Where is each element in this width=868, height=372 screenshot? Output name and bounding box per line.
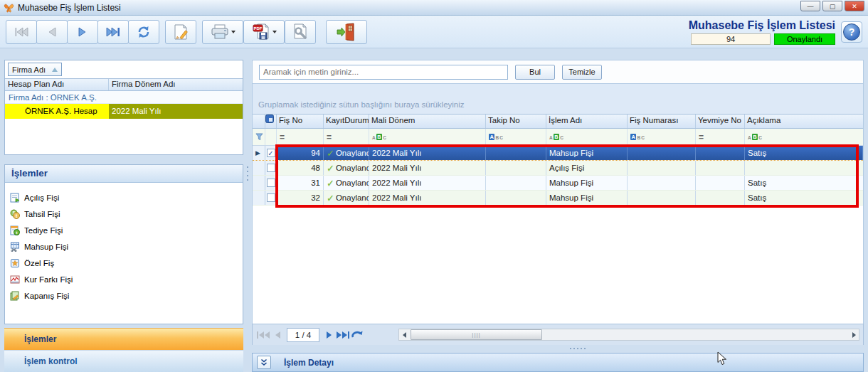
- cell-yevmiye-no: [696, 191, 745, 205]
- group-field-button[interactable]: Firma Adı: [8, 63, 62, 76]
- find-button[interactable]: Bul: [515, 65, 555, 80]
- filter-fis-numarasi[interactable]: ABC: [628, 129, 696, 145]
- filter-takip-no[interactable]: ABC: [486, 129, 546, 145]
- collapse-button[interactable]: [257, 356, 271, 369]
- cell-fis-no: 94: [277, 146, 324, 160]
- menu-item-kur-farki-fisi[interactable]: Kur Farkı Fişi: [10, 271, 243, 287]
- last-record-button[interactable]: [97, 20, 129, 44]
- pager-first-button[interactable]: [256, 328, 270, 342]
- sort-asc-icon: [52, 68, 58, 72]
- company-tree: Firma Adı Hesap Plan Adı Firma Dönem Adı…: [4, 60, 243, 155]
- nav-button-islemler[interactable]: İşlemler: [4, 328, 243, 350]
- menu-item-tediye-fisi[interactable]: t Tediye Fişi: [10, 222, 243, 238]
- column-header-islem-adi[interactable]: İşlem Adı: [546, 115, 628, 128]
- pager-bar: 1 / 4 ||||: [252, 324, 864, 345]
- scrollbar-thumb[interactable]: ||||: [411, 329, 542, 340]
- menu-item-ozel-fis[interactable]: Özel Fiş: [10, 255, 243, 271]
- double-chevron-down-icon: [260, 358, 268, 366]
- pager-refresh-button[interactable]: [350, 328, 364, 342]
- column-header-mali-donem[interactable]: Mali Dönem: [369, 115, 486, 128]
- help-button[interactable]: ?: [841, 21, 862, 43]
- filter-aciklama[interactable]: ABC: [745, 129, 863, 145]
- table-row[interactable]: 31 ✓Onaylandı 2022 Mali Yılı Mahsup Fişi…: [253, 176, 863, 191]
- menu-item-acilis-fisi[interactable]: Açılış Fişi: [10, 189, 243, 206]
- cell-islem-adi: Mahsup Fişi: [546, 191, 628, 205]
- first-record-button[interactable]: [6, 20, 37, 44]
- cell-aciklama: Satış: [745, 191, 863, 205]
- tree-column-plan[interactable]: Hesap Plan Adı: [5, 79, 109, 90]
- row-checkbox[interactable]: [267, 164, 275, 172]
- menu-item-kapanis-fisi[interactable]: Kapanış Fişi: [10, 287, 243, 304]
- filter-yevmiye-no[interactable]: =: [696, 129, 745, 145]
- maximize-button[interactable]: ▢: [822, 1, 842, 11]
- nav-button-islem-kontrol[interactable]: İşlem kontrol: [4, 350, 243, 372]
- export-pdf-button[interactable]: PDF: [243, 20, 285, 44]
- column-header-yevmiye-no[interactable]: Yevmiye No: [696, 115, 745, 128]
- table-row[interactable]: ▶ ✓ 94 ✓Onaylandı 2022 Mali Yılı Mahsup …: [253, 146, 863, 161]
- column-header-aciklama[interactable]: Açıklama: [745, 115, 863, 128]
- scroll-left-arrow[interactable]: [399, 329, 409, 340]
- pdf-export-icon: PDF: [252, 23, 270, 41]
- table-row[interactable]: 48 ✓Onaylandı 2022 Mali Yılı Açılış Fişi: [253, 161, 863, 176]
- minimize-button[interactable]: —: [800, 1, 820, 11]
- row-checkbox[interactable]: [267, 193, 275, 202]
- pager-page-indicator: 1 / 4: [287, 328, 319, 342]
- exit-button[interactable]: [326, 20, 367, 44]
- exit-door-icon: [336, 23, 357, 41]
- pager-next-button[interactable]: [322, 328, 336, 342]
- horizontal-splitter[interactable]: [252, 345, 864, 353]
- column-header-fis-no[interactable]: Fiş No: [277, 115, 324, 128]
- row-checkbox[interactable]: [267, 179, 275, 187]
- filter-funnel-icon: [253, 129, 265, 145]
- column-header-takip-no[interactable]: Takip No: [486, 115, 546, 128]
- cell-fis-no: 31: [277, 176, 324, 190]
- next-record-button[interactable]: [67, 20, 98, 44]
- edit-pencil-icon: [173, 23, 189, 41]
- exchange-difference-icon: [10, 275, 20, 285]
- column-header-fis-numarasi[interactable]: Fiş Numarası: [628, 115, 696, 128]
- opening-voucher-icon: [10, 193, 20, 203]
- filter-kayit-durumu[interactable]: =: [324, 129, 369, 145]
- filter-mali-donem[interactable]: ABC: [369, 129, 486, 145]
- pdf-dropdown-arrow[interactable]: [272, 31, 277, 33]
- toolbar: PDF Muhasebe Fiş İşlem Listesi 94 Onayla…: [0, 16, 868, 48]
- close-button[interactable]: ✕: [845, 1, 864, 11]
- clear-button[interactable]: Temizle: [562, 65, 602, 80]
- horizontal-scrollbar[interactable]: ||||: [398, 329, 859, 341]
- options-button[interactable]: [285, 20, 316, 44]
- cell-yevmiye-no: [696, 161, 745, 175]
- menu-item-label: Kapanış Fişi: [24, 292, 69, 300]
- vertical-splitter[interactable]: [243, 60, 252, 372]
- row-checkbox-checked[interactable]: ✓: [267, 149, 275, 157]
- pager-previous-button[interactable]: [270, 328, 285, 342]
- tree-group-row[interactable]: Firma Adı : ÖRNEK A.Ş.: [5, 91, 243, 104]
- column-header-kayit-durumu[interactable]: KayıtDurumu: [324, 115, 369, 128]
- menu-item-tahsil-fisi[interactable]: $t Tahsil Fişi: [10, 206, 243, 222]
- pager-last-button[interactable]: [336, 328, 350, 342]
- cell-mali-donem: 2022 Mali Yılı: [369, 176, 486, 190]
- filter-islem-adi[interactable]: ABC: [546, 129, 628, 145]
- edit-button[interactable]: [165, 20, 196, 44]
- cell-takip-no: [486, 161, 546, 175]
- tree-selected-row[interactable]: ÖRNEK A.Ş. Hesap Planı 2022 Mali Yılı: [5, 104, 243, 119]
- select-all-checkbox[interactable]: [265, 115, 277, 128]
- table-row[interactable]: 32 ✓Onaylandı 2022 Mali Yılı Mahsup Fişi…: [253, 191, 863, 206]
- cell-takip-no: [486, 176, 546, 190]
- page-title: Muhasebe Fiş İşlem Listesi: [689, 19, 835, 32]
- print-dropdown-arrow[interactable]: [231, 31, 235, 33]
- operations-panel: İşlemler Açılış Fişi $t Tahsil Fişi t Te…: [4, 164, 243, 324]
- window-title: Muhasebe Fiş İşlem Listesi: [18, 3, 121, 13]
- scroll-right-arrow[interactable]: [849, 329, 859, 340]
- left-panel: Firma Adı Hesap Plan Adı Firma Dönem Adı…: [4, 60, 243, 372]
- refresh-button[interactable]: [128, 20, 159, 44]
- menu-item-mahsup-fisi[interactable]: Mahsup Fişi: [10, 238, 243, 255]
- group-by-panel[interactable]: Gruplamak istediğiniz sütun başlığını bu…: [252, 84, 864, 114]
- tree-column-period[interactable]: Firma Dönem Adı: [109, 79, 243, 90]
- row-indicator-header: [253, 115, 265, 128]
- search-input[interactable]: [259, 65, 508, 80]
- print-button[interactable]: [202, 20, 243, 44]
- filter-fis-no[interactable]: =: [277, 129, 324, 145]
- group-field-label: Firma Adı: [12, 65, 46, 74]
- previous-record-button[interactable]: [36, 20, 68, 44]
- menu-item-label: Tahsil Fişi: [24, 210, 60, 218]
